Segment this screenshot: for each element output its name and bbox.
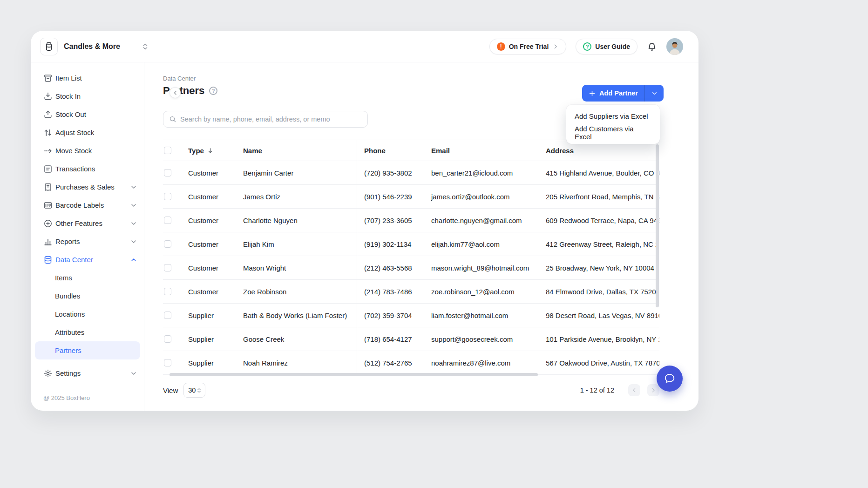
row-checkbox[interactable] xyxy=(164,240,171,248)
sidebar-item-adjust-stock[interactable]: Adjust Stock xyxy=(31,123,144,142)
sidebar-subitem-label: Attributes xyxy=(55,328,84,336)
table-row-elijah-kim[interactable]: Customer Elijah Kim (919) 302-1134 elija… xyxy=(163,232,659,256)
sidebar-item-item-list[interactable]: Item List xyxy=(31,69,144,87)
add-partner-dropdown-toggle[interactable] xyxy=(645,85,664,102)
sidebar-item-icon xyxy=(43,146,53,156)
sidebar-item-data-center[interactable]: Data Center xyxy=(31,251,144,269)
sidebar-item-barcode-labels[interactable]: Barcode Labels xyxy=(31,196,144,214)
sidebar-subitem-items[interactable]: Items xyxy=(35,269,140,287)
app-window: Candles & More ! On Free Trial ? User Gu… xyxy=(31,31,698,411)
user-guide-button[interactable]: ? User Guide xyxy=(576,39,637,54)
row-checkbox[interactable] xyxy=(164,217,171,224)
cell-name: Elijah Kim xyxy=(239,232,357,256)
table-row-james-ortiz[interactable]: Customer James Ortiz (901) 546-2239 jame… xyxy=(163,185,659,209)
free-trial-badge[interactable]: ! On Free Trial xyxy=(489,39,567,54)
sidebar-item-stock-in[interactable]: Stock In xyxy=(31,87,144,105)
sidebar-item-label: Item List xyxy=(55,74,82,82)
row-checkbox[interactable] xyxy=(164,359,171,366)
plus-icon xyxy=(589,90,596,97)
sidebar-item-label: Other Features xyxy=(55,219,102,227)
table-row-charlotte-nguyen[interactable]: Customer Charlotte Nguyen (707) 233-3605… xyxy=(163,209,659,232)
sidebar-subitem-locations[interactable]: Locations xyxy=(35,305,140,323)
row-checkbox[interactable] xyxy=(164,169,171,176)
chat-support-button[interactable] xyxy=(657,366,683,392)
table-row-noah-ramirez[interactable]: Supplier Noah Ramirez (512) 754-2765 noa… xyxy=(163,351,659,375)
cell-email: liam.foster@hotmail.com xyxy=(424,312,539,319)
column-header-address[interactable]: Address xyxy=(539,147,659,155)
sidebar-item-icon xyxy=(43,110,53,119)
table-row-benjamin-carter[interactable]: Customer Benjamin Carter (720) 935-3802 … xyxy=(163,161,659,185)
sidebar-collapse-button[interactable] xyxy=(170,87,181,98)
column-label: Type xyxy=(188,147,204,155)
sidebar-item-label: Transactions xyxy=(55,165,95,173)
add-partner-menu: Add Suppliers via Excel Add Customers vi… xyxy=(566,105,660,144)
vertical-scrollbar[interactable] xyxy=(656,144,659,307)
sidebar-item-icon xyxy=(43,219,53,228)
cell-phone: (702) 359-3704 xyxy=(357,312,424,319)
sidebar-item-icon xyxy=(43,183,53,192)
sidebar-item-settings[interactable]: Settings xyxy=(31,364,144,382)
sidebar-subitem-attributes[interactable]: Attributes xyxy=(35,323,140,341)
menu-item-add-customers-via-excel[interactable]: Add Customers via Excel xyxy=(566,124,660,141)
row-checkbox[interactable] xyxy=(164,335,171,343)
sidebar-item-label: Data Center xyxy=(55,256,93,264)
sidebar-subitem-partners[interactable]: Partners xyxy=(35,341,140,359)
main-content: Data Center Partners ? Add Partner xyxy=(144,62,698,411)
menu-item-add-suppliers-via-excel[interactable]: Add Suppliers via Excel xyxy=(566,108,660,124)
table-row-bath-body-works-liam-foster[interactable]: Supplier Bath & Body Works (Liam Foster)… xyxy=(163,304,659,327)
add-partner-button[interactable]: Add Partner xyxy=(582,85,664,102)
workspace-logo xyxy=(40,38,58,55)
column-label: Name xyxy=(243,147,262,155)
stepper-icon xyxy=(196,387,202,394)
sidebar-item-label: Reports xyxy=(55,237,80,245)
sidebar-item-icon xyxy=(43,255,53,264)
cell-type: Customer xyxy=(184,193,239,201)
sidebar-item-stock-out[interactable]: Stock Out xyxy=(31,105,144,123)
sidebar-item-transactions[interactable]: Transactions xyxy=(31,160,144,178)
chevron-down-icon xyxy=(130,238,137,245)
table-footer: View 30 1 - 12 of 12 xyxy=(163,382,659,399)
sidebar-item-icon xyxy=(43,201,53,210)
help-icon[interactable]: ? xyxy=(209,87,217,95)
sidebar-item-label: Settings xyxy=(55,369,81,377)
row-checkbox[interactable] xyxy=(164,312,171,319)
trial-alert-icon: ! xyxy=(497,42,505,51)
row-checkbox[interactable] xyxy=(164,193,171,200)
table-row-goose-creek[interactable]: Supplier Goose Creek (718) 654-4127 supp… xyxy=(163,327,659,351)
cell-type: Supplier xyxy=(184,335,239,343)
avatar-image xyxy=(666,38,683,55)
column-header-email[interactable]: Email xyxy=(424,147,539,155)
column-header-name[interactable]: Name xyxy=(239,140,357,161)
cell-name: Charlotte Nguyen xyxy=(239,209,357,232)
notifications-bell-icon[interactable] xyxy=(647,41,657,52)
copyright: @ 2025 BoxHero xyxy=(43,394,90,401)
pagination-range: 1 - 12 of 12 xyxy=(580,386,614,394)
sidebar-item-purchases-sales[interactable]: Purchases & Sales xyxy=(31,178,144,196)
table-row-zoe-robinson[interactable]: Customer Zoe Robinson (214) 783-7486 zoe… xyxy=(163,280,659,304)
user-avatar[interactable] xyxy=(666,38,683,55)
cell-name: Mason Wright xyxy=(239,256,357,279)
sidebar-item-move-stock[interactable]: Move Stock xyxy=(31,142,144,160)
column-header-type[interactable]: Type xyxy=(184,147,239,155)
select-all-checkbox[interactable] xyxy=(164,147,171,154)
cell-address: 415 Highland Avenue, Boulder, CO 803 xyxy=(539,169,659,177)
chevron-left-icon xyxy=(172,90,178,96)
search-input[interactable] xyxy=(180,115,362,123)
partners-table: Type Name Phone Email Add xyxy=(163,140,659,375)
row-checkbox[interactable] xyxy=(164,264,171,271)
next-page-button[interactable] xyxy=(647,384,659,396)
column-header-phone[interactable]: Phone xyxy=(357,147,424,155)
row-checkbox[interactable] xyxy=(164,288,171,295)
table-row-mason-wright[interactable]: Customer Mason Wright (212) 463-5568 mas… xyxy=(163,256,659,280)
workspace-switcher-icon[interactable] xyxy=(142,43,149,50)
sidebar-item-other-features[interactable]: Other Features xyxy=(31,214,144,232)
chevron-down-icon xyxy=(651,90,658,97)
cell-type: Customer xyxy=(184,264,239,272)
sidebar-item-icon xyxy=(43,164,53,174)
cell-email: ben_carter21@icloud.com xyxy=(424,169,539,177)
sidebar-item-reports[interactable]: Reports xyxy=(31,232,144,251)
sidebar-subitem-bundles[interactable]: Bundles xyxy=(35,287,140,305)
page-size-select[interactable]: 30 xyxy=(183,383,205,398)
previous-page-button[interactable] xyxy=(628,384,640,396)
horizontal-scrollbar[interactable] xyxy=(170,373,538,376)
